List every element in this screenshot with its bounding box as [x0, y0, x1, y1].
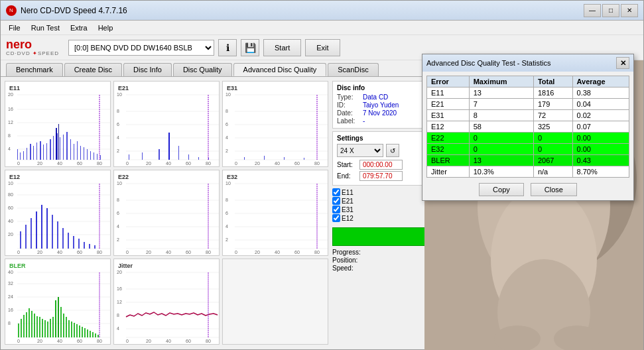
tab-create-disc[interactable]: Create Disc	[64, 63, 122, 76]
svg-rect-146	[78, 239, 80, 249]
stats-cell-total: 0	[533, 144, 572, 155]
svg-text:0: 0	[126, 250, 129, 255]
stats-cell-label: BLER	[427, 155, 470, 166]
menu-extra[interactable]: Extra	[65, 23, 93, 33]
svg-text:6: 6	[117, 122, 119, 127]
svg-rect-65	[58, 124, 59, 160]
maximize-button[interactable]: □	[602, 4, 619, 17]
svg-text:10: 10	[117, 92, 122, 97]
svg-rect-234	[90, 331, 91, 337]
svg-rect-55	[74, 144, 74, 160]
svg-text:20: 20	[146, 250, 151, 255]
menu-file[interactable]: File	[3, 23, 26, 33]
svg-rect-229	[76, 324, 78, 337]
drive-info-button[interactable]: ℹ	[218, 39, 237, 56]
chart-empty	[222, 259, 328, 345]
stats-cell-max: 10.3%	[469, 166, 533, 178]
svg-rect-224	[63, 314, 64, 337]
stats-close-x-button[interactable]: ✕	[616, 57, 629, 69]
svg-text:8: 8	[225, 198, 228, 202]
svg-rect-56	[77, 141, 78, 160]
svg-rect-141	[52, 215, 53, 249]
svg-text:20: 20	[146, 339, 151, 343]
exit-button[interactable]: Exit	[305, 39, 340, 56]
svg-rect-214	[36, 316, 38, 337]
stats-cell-label: E32	[427, 144, 470, 155]
stats-cell-label: E31	[427, 110, 470, 121]
svg-text:40: 40	[166, 250, 171, 255]
svg-text:40: 40	[166, 161, 171, 166]
svg-rect-213	[34, 314, 35, 337]
svg-rect-112	[244, 157, 245, 160]
tab-benchmark[interactable]: Benchmark	[6, 63, 63, 76]
svg-text:80: 80	[97, 250, 102, 255]
tab-disc-quality[interactable]: Disc Quality	[173, 63, 232, 76]
start-button[interactable]: Start	[263, 39, 301, 56]
svg-rect-231	[82, 327, 83, 337]
window-title: Nero CD-DVD Speed 4.7.7.16	[21, 6, 127, 15]
svg-rect-41	[27, 148, 27, 160]
copy-button[interactable]: Copy	[479, 183, 524, 196]
svg-rect-59	[87, 149, 88, 160]
svg-text:10: 10	[117, 181, 122, 186]
svg-text:20: 20	[255, 250, 260, 255]
tab-disc-info[interactable]: Disc Info	[123, 63, 172, 76]
stats-cell-avg: 0.00	[572, 144, 629, 155]
stats-cell-max: 0	[469, 144, 533, 155]
svg-rect-212	[31, 311, 32, 337]
menu-help[interactable]: Help	[93, 23, 119, 33]
speed-selector[interactable]: 24 X	[337, 144, 383, 157]
svg-rect-117	[7, 172, 111, 255]
menu-run-test[interactable]: Run Test	[26, 23, 65, 33]
svg-rect-61	[94, 152, 94, 160]
svg-text:E31: E31	[227, 85, 237, 91]
svg-rect-60	[90, 151, 91, 160]
svg-text:20: 20	[37, 161, 42, 166]
svg-rect-218	[47, 321, 48, 337]
svg-text:E21: E21	[118, 85, 129, 91]
svg-rect-90	[188, 154, 189, 160]
stats-dialog: Advanced Disc Quality Test - Statistics …	[422, 54, 634, 201]
svg-text:2: 2	[117, 237, 119, 242]
save-button[interactable]: 💾	[241, 39, 259, 56]
svg-text:8: 8	[225, 109, 228, 113]
stats-cell-max: 13	[469, 155, 533, 166]
stats-cell-max: 0	[469, 133, 533, 144]
svg-text:20: 20	[146, 161, 151, 166]
svg-rect-45	[40, 141, 41, 160]
svg-text:16: 16	[117, 286, 122, 291]
speed-label: Speed:	[332, 264, 354, 272]
chart-e21: E21 10 8 6 4 2 0 20 40 60 80	[113, 81, 220, 167]
svg-rect-46	[43, 145, 44, 160]
svg-text:60: 60	[77, 161, 82, 166]
svg-rect-216	[42, 319, 43, 337]
svg-rect-51	[60, 137, 60, 160]
stats-cell-max: 7	[469, 99, 533, 110]
minimize-button[interactable]: —	[584, 4, 601, 17]
tab-advanced-disc-quality[interactable]: Advanced Disc Quality	[233, 63, 327, 76]
svg-text:0: 0	[126, 161, 129, 166]
stats-cell-label: E22	[427, 133, 470, 144]
svg-text:10: 10	[225, 181, 231, 186]
svg-rect-235	[92, 332, 94, 337]
disc-info-label-label: Label:	[337, 117, 360, 125]
svg-text:0: 0	[235, 161, 237, 166]
close-button[interactable]: Close	[531, 183, 577, 196]
stats-cell-max: 58	[469, 121, 533, 133]
svg-rect-58	[84, 147, 84, 160]
drive-selector[interactable]: [0:0] BENQ DVD DD DW1640 BSLB	[68, 40, 214, 56]
svg-text:60: 60	[294, 161, 300, 166]
svg-rect-219	[50, 319, 51, 337]
close-button[interactable]: ✕	[621, 4, 638, 17]
svg-rect-236	[95, 333, 96, 337]
speed-refresh-button[interactable]: ↺	[386, 144, 399, 157]
tab-scan-disc[interactable]: ScanDisc	[328, 63, 378, 76]
svg-rect-47	[46, 143, 47, 160]
svg-rect-43	[33, 146, 34, 160]
svg-text:0: 0	[17, 250, 20, 255]
disc-info-type-label: Type:	[337, 93, 360, 101]
svg-text:80: 80	[206, 250, 211, 255]
stats-cell-avg: 0.00	[572, 133, 629, 144]
svg-rect-64	[56, 128, 57, 160]
stats-cell-avg: 0.04	[572, 99, 629, 110]
